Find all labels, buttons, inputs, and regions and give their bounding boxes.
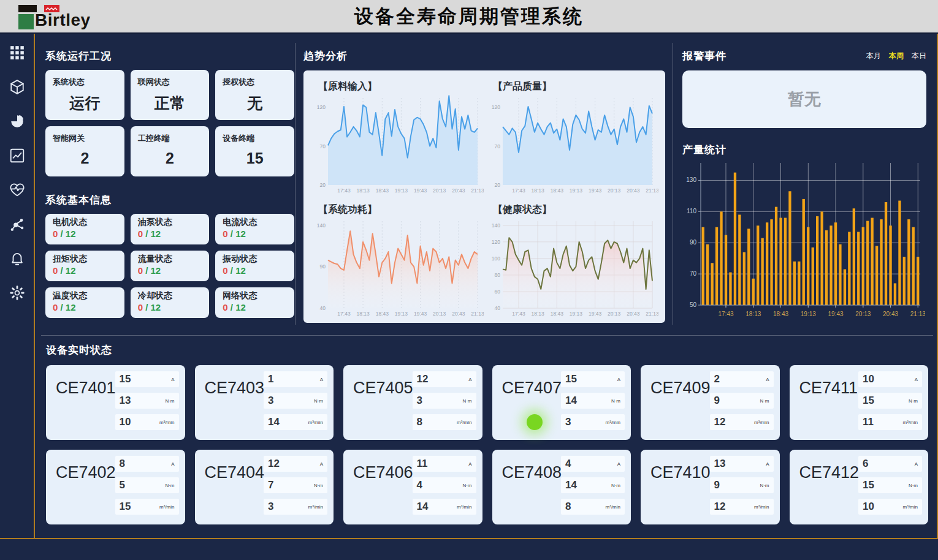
- metric-row: 3N·m: [413, 393, 476, 409]
- cube-icon[interactable]: [7, 77, 27, 97]
- logo-black-bar: [18, 5, 37, 12]
- info-card-1: 油泵状态 0 / 12: [131, 214, 210, 244]
- info-card-label: 网络状态: [223, 290, 287, 301]
- metric-unit: N·m: [462, 398, 471, 404]
- info-card-8: 网络状态 0 / 12: [215, 287, 294, 318]
- alarm-tab-1[interactable]: 本周: [889, 51, 904, 61]
- svg-text:20:13: 20:13: [855, 311, 871, 317]
- metric-value: 10: [120, 416, 131, 428]
- svg-text:18:13: 18:13: [356, 311, 370, 317]
- trend-chart-title: 【产品质量】: [493, 80, 660, 93]
- svg-text:18:13: 18:13: [356, 187, 370, 194]
- total-count: / 12: [61, 302, 76, 312]
- alarm-count: 0: [138, 302, 146, 312]
- equipment-metrics: 11A4N·m14m³/min: [413, 456, 476, 520]
- equipment-name: CE7403: [205, 379, 265, 398]
- metric-value: 15: [863, 479, 874, 491]
- status-card-4: 工控终端 2: [131, 126, 210, 176]
- svg-text:20:43: 20:43: [452, 187, 465, 194]
- metric-value: 5: [120, 479, 125, 491]
- metric-unit: N·m: [611, 398, 620, 404]
- status-card-label: 授权状态: [223, 77, 287, 88]
- info-card-2: 电流状态 0 / 12: [215, 214, 294, 244]
- svg-text:19:43: 19:43: [828, 311, 843, 317]
- line-chart-icon[interactable]: [7, 146, 27, 165]
- equipment-card-CE7409[interactable]: CE7409 2A9N·m12m³/min: [641, 365, 780, 440]
- total-count: / 12: [231, 229, 246, 239]
- metric-row: 2A: [710, 371, 774, 387]
- pie-chart-icon[interactable]: [7, 112, 27, 131]
- status-card-1: 联网状态 正常: [131, 70, 210, 120]
- trend-chart-title: 【健康状态】: [493, 203, 660, 216]
- equipment-metrics: 15A14N·m3m³/min: [561, 371, 625, 436]
- svg-text:21:13: 21:13: [646, 311, 658, 317]
- metric-unit: A: [915, 377, 918, 382]
- trend-chart-title: 【原料输入】: [318, 80, 485, 93]
- total-count: / 12: [145, 302, 161, 312]
- svg-text:18:43: 18:43: [376, 311, 389, 317]
- system-status-column: 系统运行工况 系统状态 运行 联网状态 正常 授权状态 无 智能网关 2 工控终…: [45, 49, 294, 318]
- equipment-card-CE7402[interactable]: CE7402 8A5N·m15m³/min: [46, 450, 185, 524]
- info-card-label: 电流状态: [223, 217, 287, 228]
- metric-row: 12A: [413, 371, 476, 387]
- equipment-card-CE7410[interactable]: CE7410 13A9N·m12m³/min: [641, 450, 780, 524]
- svg-text:110: 110: [687, 208, 696, 214]
- svg-text:18:43: 18:43: [773, 311, 788, 317]
- metric-row: 9N·m: [710, 477, 774, 493]
- metric-row: 15N·m: [858, 477, 922, 493]
- trend-chart-power: 409014017:4318:1318:4319:1319:4320:1320:…: [311, 216, 484, 318]
- equipment-metrics: 2A9N·m12m³/min: [710, 371, 774, 436]
- alarm-count: 0: [53, 265, 61, 276]
- total-count: / 12: [61, 265, 76, 276]
- health-pulse-icon[interactable]: [7, 180, 27, 200]
- svg-text:19:13: 19:13: [395, 187, 408, 194]
- info-card-label: 油泵状态: [138, 217, 202, 228]
- metric-row: 11m³/min: [858, 414, 922, 430]
- equipment-card-CE7406[interactable]: CE7406 11A4N·m14m³/min: [343, 450, 482, 524]
- metric-value: 3: [268, 501, 273, 513]
- bell-icon[interactable]: [7, 249, 27, 268]
- total-count: / 12: [231, 265, 246, 276]
- apps-grid-icon[interactable]: [7, 43, 27, 62]
- trend-panel: 【原料输入】 207012017:4318:1318:4319:1319:432…: [303, 70, 665, 323]
- molecule-icon[interactable]: [7, 214, 27, 234]
- alarm-tab-0[interactable]: 本月: [866, 51, 881, 61]
- equipment-card-CE7404[interactable]: CE7404 12A7N·m3m³/min: [195, 450, 334, 524]
- equipment-name: CE7407: [502, 379, 562, 398]
- running-indicator-green: [527, 414, 543, 430]
- equipment-card-CE7401[interactable]: CE7401 15A13N·m10m³/min: [46, 365, 185, 440]
- equipment-card-CE7403[interactable]: CE7403 1A3N·m14m³/min: [195, 365, 334, 440]
- svg-text:80: 80: [495, 272, 501, 278]
- alarm-tab-2[interactable]: 本日: [912, 51, 926, 61]
- metric-unit: m³/min: [457, 504, 471, 510]
- metric-value: 8: [417, 416, 422, 428]
- status-card-value: 2: [53, 149, 117, 167]
- svg-text:21:13: 21:13: [646, 187, 658, 194]
- metric-value: 12: [268, 458, 280, 470]
- equipment-metrics: 6A15N·m10m³/min: [858, 456, 922, 520]
- dashboard-app: Birtley 设备全寿命周期管理系统: [0, 0, 938, 560]
- alarm-tabs: 本月本周本日: [858, 51, 926, 61]
- svg-text:17:43: 17:43: [337, 187, 351, 194]
- total-count: / 12: [145, 265, 161, 276]
- equipment-card-CE7407[interactable]: CE7407 15A14N·m3m³/min: [492, 365, 631, 440]
- equipment-card-CE7411[interactable]: CE7411 10A15N·m11m³/min: [790, 365, 929, 440]
- status-card-label: 联网状态: [138, 77, 202, 88]
- svg-text:20:13: 20:13: [433, 311, 446, 317]
- info-card-label: 扭矩状态: [53, 254, 117, 265]
- metric-unit: N·m: [611, 483, 620, 488]
- metric-value: 10: [863, 501, 874, 513]
- svg-text:20:13: 20:13: [608, 187, 621, 194]
- metric-value: 3: [417, 395, 422, 407]
- metric-unit: N·m: [165, 398, 174, 404]
- equipment-card-CE7408[interactable]: CE7408 4A14N·m8m³/min: [492, 450, 631, 524]
- gear-icon[interactable]: [7, 283, 27, 303]
- metric-row: 10A: [858, 371, 922, 387]
- metric-value: 8: [120, 458, 125, 470]
- equipment-card-CE7405[interactable]: CE7405 12A3N·m8m³/min: [343, 365, 482, 440]
- status-card-value: 15: [223, 149, 287, 167]
- svg-text:50: 50: [690, 301, 697, 308]
- info-card-5: 振动状态 0 / 12: [215, 251, 294, 281]
- metric-unit: N·m: [760, 398, 769, 404]
- equipment-card-CE7412[interactable]: CE7412 6A15N·m10m³/min: [790, 450, 929, 524]
